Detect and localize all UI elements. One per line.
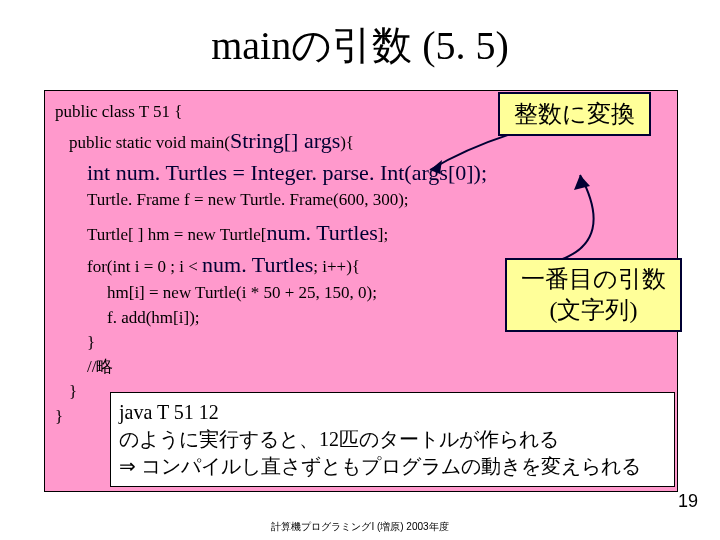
note-box: java T 51 12 のように実行すると、12匹のタートルが作られる ⇒ コ… [110,392,675,487]
code-highlight: num. Turtles [266,220,377,245]
code-text: ]; [378,225,388,244]
code-line: //略 [55,356,667,379]
callout-text: (文字列) [521,295,666,326]
code-line: } [55,332,667,355]
callout-integer: 整数に変換 [498,92,651,136]
svg-marker-0 [430,160,442,174]
callout-text: 一番目の引数 [521,264,666,295]
code-text: for(int i = 0 ; i < [87,257,202,276]
slide-title: mainの引数 (5. 5) [0,0,720,81]
code-highlight: String[] args [230,128,340,153]
footer-text: 計算機プログラミングI (増原) 2003年度 [0,520,720,534]
page-number: 19 [678,491,698,512]
note-text: コンパイルし直さずともプログラムの動きを変えられる [136,455,641,477]
arrow-icon [520,170,640,265]
code-text: Turtle[ ] hm = new Turtle[ [87,225,266,244]
code-highlight: num. Turtles [202,252,313,277]
callout-first-arg: 一番目の引数 (文字列) [505,258,682,332]
code-text: ; i++){ [313,257,360,276]
svg-marker-1 [574,175,590,190]
arrow-symbol: ⇒ [119,455,136,477]
code-text: ){ [340,133,354,152]
note-line: のように実行すると、12匹のタートルが作られる [119,426,666,453]
note-line: java T 51 12 [119,399,666,426]
code-text: public static void main( [69,133,230,152]
note-line: ⇒ コンパイルし直さずともプログラムの動きを変えられる [119,453,666,480]
